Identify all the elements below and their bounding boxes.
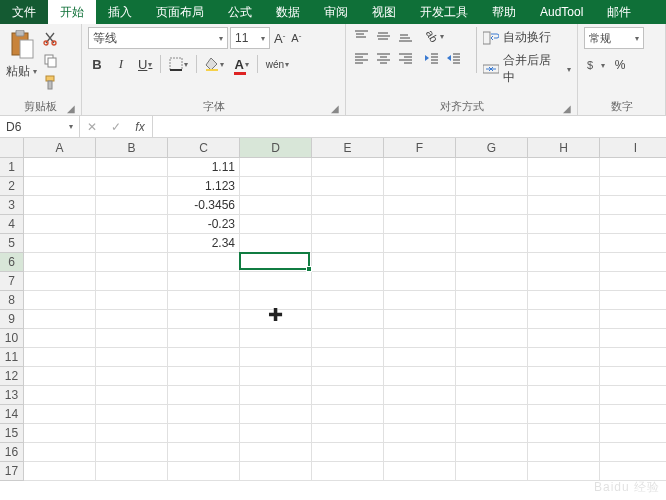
cell-H1[interactable] xyxy=(528,158,600,177)
cell-I12[interactable] xyxy=(600,367,666,386)
tab-视图[interactable]: 视图 xyxy=(360,0,408,24)
increase-font-button[interactable]: Aˆ xyxy=(272,31,287,46)
cell-D13[interactable] xyxy=(240,386,312,405)
row-header-1[interactable]: 1 xyxy=(0,158,24,177)
cell-D9[interactable] xyxy=(240,310,312,329)
cell-B14[interactable] xyxy=(96,405,168,424)
orientation-button[interactable]: ab▾ xyxy=(422,27,448,45)
col-header-F[interactable]: F xyxy=(384,138,456,158)
cell-D7[interactable] xyxy=(240,272,312,291)
cell-B7[interactable] xyxy=(96,272,168,291)
phonetic-button[interactable]: wén▾ xyxy=(264,54,291,74)
format-painter-button[interactable] xyxy=(41,73,59,91)
decrease-font-button[interactable]: Aˇ xyxy=(289,32,303,44)
cell-D4[interactable] xyxy=(240,215,312,234)
cell-B12[interactable] xyxy=(96,367,168,386)
col-header-C[interactable]: C xyxy=(168,138,240,158)
cell-E15[interactable] xyxy=(312,424,384,443)
cell-F13[interactable] xyxy=(384,386,456,405)
cell-G13[interactable] xyxy=(456,386,528,405)
cell-F17[interactable] xyxy=(384,462,456,481)
underline-button[interactable]: U▾ xyxy=(136,54,154,74)
paste-button[interactable] xyxy=(7,27,37,63)
cell-I2[interactable] xyxy=(600,177,666,196)
font-color-button[interactable]: A▾ xyxy=(232,54,250,74)
bold-button[interactable]: B xyxy=(88,54,106,74)
cell-D6[interactable] xyxy=(240,253,312,272)
cell-G10[interactable] xyxy=(456,329,528,348)
align-left-button[interactable] xyxy=(352,49,370,67)
cell-E11[interactable] xyxy=(312,348,384,367)
cell-I15[interactable] xyxy=(600,424,666,443)
cell-E5[interactable] xyxy=(312,234,384,253)
cell-E7[interactable] xyxy=(312,272,384,291)
row-header-2[interactable]: 2 xyxy=(0,177,24,196)
cell-F1[interactable] xyxy=(384,158,456,177)
font-size-select[interactable]: 11▾ xyxy=(230,27,270,49)
cell-H4[interactable] xyxy=(528,215,600,234)
number-format-select[interactable]: 常规▾ xyxy=(584,27,644,49)
cell-D11[interactable] xyxy=(240,348,312,367)
cell-G1[interactable] xyxy=(456,158,528,177)
cell-E2[interactable] xyxy=(312,177,384,196)
cell-I1[interactable] xyxy=(600,158,666,177)
cell-B1[interactable] xyxy=(96,158,168,177)
cell-F9[interactable] xyxy=(384,310,456,329)
row-header-14[interactable]: 14 xyxy=(0,405,24,424)
cell-C15[interactable] xyxy=(168,424,240,443)
col-header-B[interactable]: B xyxy=(96,138,168,158)
cell-G17[interactable] xyxy=(456,462,528,481)
row-header-4[interactable]: 4 xyxy=(0,215,24,234)
cell-A9[interactable] xyxy=(24,310,96,329)
cell-G8[interactable] xyxy=(456,291,528,310)
align-launcher[interactable]: ◢ xyxy=(563,103,571,114)
cell-H10[interactable] xyxy=(528,329,600,348)
cell-H15[interactable] xyxy=(528,424,600,443)
cell-F16[interactable] xyxy=(384,443,456,462)
cell-F15[interactable] xyxy=(384,424,456,443)
align-center-button[interactable] xyxy=(374,49,392,67)
cell-E6[interactable] xyxy=(312,253,384,272)
cell-B13[interactable] xyxy=(96,386,168,405)
merge-center-button[interactable]: 合并后居中▾ xyxy=(483,52,571,86)
percent-button[interactable]: % xyxy=(611,55,629,75)
cell-D10[interactable] xyxy=(240,329,312,348)
cell-B17[interactable] xyxy=(96,462,168,481)
cell-I5[interactable] xyxy=(600,234,666,253)
cell-F8[interactable] xyxy=(384,291,456,310)
col-header-D[interactable]: D xyxy=(240,138,312,158)
cell-B9[interactable] xyxy=(96,310,168,329)
insert-function-button[interactable]: fx xyxy=(128,116,152,137)
align-top-button[interactable] xyxy=(352,27,370,45)
cell-C14[interactable] xyxy=(168,405,240,424)
align-right-button[interactable] xyxy=(396,49,414,67)
cell-H2[interactable] xyxy=(528,177,600,196)
cell-D12[interactable] xyxy=(240,367,312,386)
row-header-6[interactable]: 6 xyxy=(0,253,24,272)
cell-A15[interactable] xyxy=(24,424,96,443)
cell-I3[interactable] xyxy=(600,196,666,215)
cell-C13[interactable] xyxy=(168,386,240,405)
cell-I14[interactable] xyxy=(600,405,666,424)
cell-E9[interactable] xyxy=(312,310,384,329)
row-header-10[interactable]: 10 xyxy=(0,329,24,348)
cell-I7[interactable] xyxy=(600,272,666,291)
accounting-format-button[interactable]: $▾ xyxy=(584,55,607,75)
cell-A10[interactable] xyxy=(24,329,96,348)
row-header-8[interactable]: 8 xyxy=(0,291,24,310)
cell-C4[interactable]: -0.23 xyxy=(168,215,240,234)
cell-C9[interactable] xyxy=(168,310,240,329)
tab-开发工具[interactable]: 开发工具 xyxy=(408,0,480,24)
formula-input[interactable] xyxy=(153,116,666,137)
tab-审阅[interactable]: 审阅 xyxy=(312,0,360,24)
copy-button[interactable] xyxy=(41,51,59,69)
align-middle-button[interactable] xyxy=(374,27,392,45)
cell-I17[interactable] xyxy=(600,462,666,481)
cell-H9[interactable] xyxy=(528,310,600,329)
cell-C2[interactable]: 1.123 xyxy=(168,177,240,196)
row-header-9[interactable]: 9 xyxy=(0,310,24,329)
cell-D8[interactable] xyxy=(240,291,312,310)
border-button[interactable]: ▾ xyxy=(167,54,190,74)
cell-A5[interactable] xyxy=(24,234,96,253)
cell-I13[interactable] xyxy=(600,386,666,405)
